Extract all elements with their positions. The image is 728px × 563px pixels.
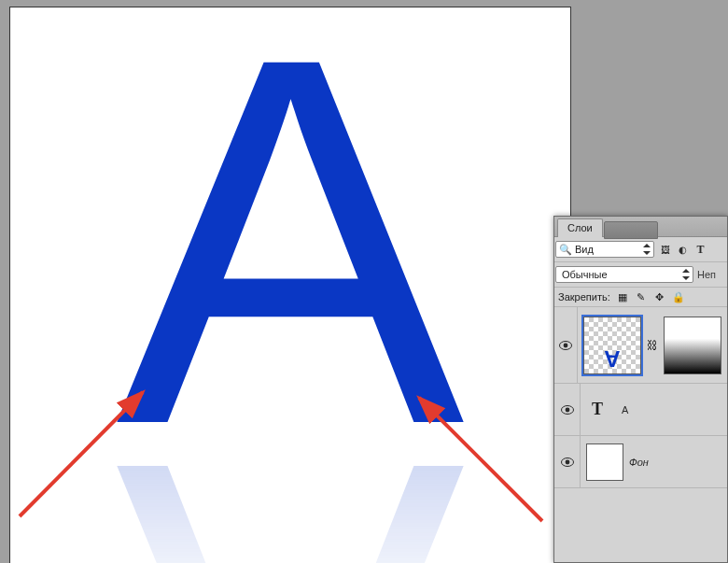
layer-name-label[interactable]: A [622,404,628,415]
layer-item-text[interactable]: T A [554,384,727,436]
layer-filter-value: Вид [575,244,594,255]
visibility-toggle[interactable] [554,436,581,487]
panel-blend-row: Обычные Неп [554,262,727,288]
layer-mask-thumbnail[interactable] [664,317,721,374]
lock-all-icon[interactable]: 🔒 [672,290,685,303]
layer-item-background[interactable]: Фон [554,436,727,488]
blend-mode-value: Обычные [562,269,608,280]
panel-lock-row: Закрепить: ▦ ✎ ✥ 🔒 [554,288,727,307]
text-layer-icon: T [592,400,603,419]
svg-point-3 [564,343,568,347]
layer-filter-select[interactable]: 🔍 Вид [555,241,654,258]
layer-thumbnail[interactable]: A [583,317,641,374]
blend-mode-select[interactable]: Обычные [555,266,693,283]
filter-adjust-icon[interactable]: ◐ [676,243,690,257]
search-icon: 🔍 [559,244,572,256]
thumb-letter-icon: A [604,345,620,372]
panel-filter-row: 🔍 Вид 🖼 ◐ T [554,237,727,262]
layer-thumbnail[interactable] [586,443,623,481]
artwork-reflection: A [116,386,465,563]
eye-icon [559,341,572,350]
lock-brush-icon[interactable]: ✎ [635,290,648,303]
filter-text-icon[interactable]: T [693,243,707,257]
svg-point-7 [565,459,569,464]
visibility-toggle[interactable] [554,307,578,383]
lock-transparent-icon[interactable]: ▦ [616,290,629,303]
layer-name-label[interactable]: Фон [629,457,649,468]
chevron-updown-icon [682,269,690,280]
eye-icon [561,405,574,415]
filter-image-icon[interactable]: 🖼 [658,243,672,257]
document-canvas[interactable]: A A [10,7,570,563]
canvas-area[interactable]: A A [10,0,570,563]
layer-list: A ⛓ T A Фон [554,307,727,488]
link-mask-icon[interactable]: ⛓ [647,339,658,352]
svg-point-5 [565,407,569,412]
lock-label: Закрепить: [558,291,610,303]
visibility-toggle[interactable] [554,384,581,435]
chevron-updown-icon [643,244,651,255]
lock-move-icon[interactable]: ✥ [653,290,666,303]
panel-tabs: Слои [554,217,727,237]
opacity-label: Неп [697,269,716,280]
layers-panel: Слои 🔍 Вид 🖼 ◐ T Обычные Неп Закрепить: … [553,216,728,563]
tab-layers[interactable]: Слои [557,218,603,237]
layer-item-reflection[interactable]: A ⛓ [554,307,727,384]
eye-icon [561,457,574,467]
